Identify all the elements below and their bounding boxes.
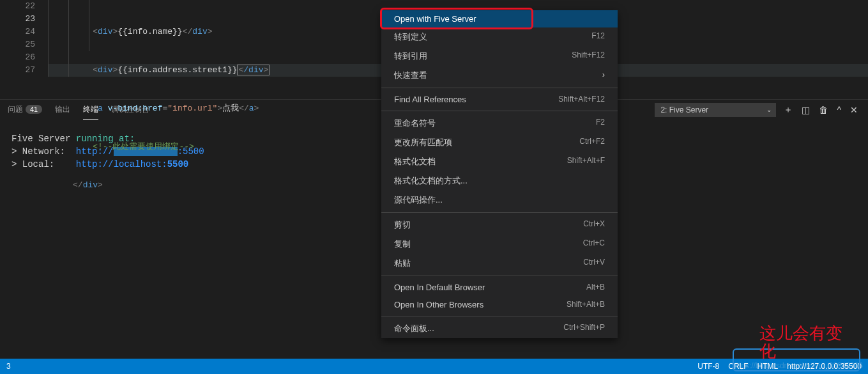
line-number: 26 — [0, 51, 35, 64]
line-number: 22 — [0, 0, 35, 13]
menu-item-shortcut: Ctrl+X — [583, 219, 605, 231]
menu-item-label: Open In Other Browsers — [394, 300, 483, 309]
menu-item-shortcut: Shift+F12 — [572, 51, 605, 62]
menu-item-shortcut: Shift+Alt+B — [567, 300, 605, 309]
menu-item-label: Open with Five Server — [394, 14, 476, 24]
menu-item-shortcut: Ctrl+Shift+P — [563, 323, 605, 334]
watermark: https://blog.csdn.net/weixin_38345306 — [733, 361, 863, 370]
menu-item-label: Find All References — [394, 95, 466, 104]
menu-item[interactable]: 重命名符号F2 — [381, 114, 618, 133]
context-menu: Open with Five Server转到定义F12转到引用Shift+F1… — [381, 10, 618, 338]
menu-item-shortcut: F2 — [596, 118, 605, 129]
menu-item-label: 复制 — [394, 238, 411, 250]
menu-item-shortcut: Alt+B — [586, 283, 605, 292]
menu-item[interactable]: 命令面板...Ctrl+Shift+P — [381, 319, 618, 338]
menu-item-label: 更改所有匹配项 — [394, 137, 452, 148]
menu-item[interactable]: Open with Five Server — [381, 10, 618, 27]
menu-separator — [381, 316, 618, 316]
menu-item[interactable]: 格式化文档的方式... — [381, 171, 618, 191]
menu-item-label: 命令面板... — [394, 323, 434, 334]
menu-item[interactable]: Find All ReferencesShift+Alt+F12 — [381, 91, 618, 108]
menu-item[interactable]: Open In Default BrowserAlt+B — [381, 279, 618, 296]
annotation-text: 这儿会有变化 — [759, 324, 842, 360]
menu-item[interactable]: 剪切Ctrl+X — [381, 215, 618, 235]
menu-item-label: 源代码操作... — [394, 194, 443, 206]
menu-item[interactable]: 快速查看› — [381, 66, 618, 85]
status-position[interactable]: 3 — [6, 362, 11, 371]
menu-item-shortcut: Ctrl+V — [583, 258, 605, 269]
line-number: 27 — [0, 64, 35, 77]
menu-item[interactable]: 格式化文档Shift+Alt+F — [381, 152, 618, 171]
menu-item[interactable]: 转到定义F12 — [381, 27, 618, 47]
menu-item[interactable]: 转到引用Shift+F12 — [381, 47, 618, 66]
chevron-down-icon: ⌄ — [766, 106, 772, 113]
menu-item[interactable]: 粘贴Ctrl+V — [381, 254, 618, 273]
menu-item-label: 重命名符号 — [394, 118, 436, 129]
line-number: 24 — [0, 26, 35, 38]
line-number-gutter: 22 23 24 25 26 27 — [0, 0, 48, 99]
terminal-select[interactable]: 2: Five Server ⌄ — [655, 103, 776, 117]
menu-item-label: Open In Default Browser — [394, 283, 485, 292]
menu-item[interactable]: 复制Ctrl+C — [381, 235, 618, 254]
menu-item-shortcut: Ctrl+F2 — [579, 137, 605, 148]
menu-item-shortcut: Shift+Alt+F — [567, 156, 605, 168]
line-number: 25 — [0, 38, 35, 51]
menu-item-shortcut: F12 — [591, 31, 605, 43]
menu-item[interactable]: 源代码操作... — [381, 191, 618, 210]
menu-separator — [381, 111, 618, 111]
menu-item-label: 剪切 — [394, 219, 411, 231]
cursor-selection: </div> — [237, 65, 270, 75]
menu-item-label: 转到定义 — [394, 31, 427, 43]
line-number: 23 — [0, 13, 35, 26]
menu-item-label: 格式化文档 — [394, 156, 436, 168]
menu-item-shortcut: Ctrl+C — [583, 238, 605, 250]
menu-item[interactable]: 更改所有匹配项Ctrl+F2 — [381, 133, 618, 152]
menu-item-shortcut: Shift+Alt+F12 — [558, 95, 605, 104]
menu-item-label: 转到引用 — [394, 51, 427, 62]
menu-separator — [381, 276, 618, 276]
menu-item-label: 快速查看 — [394, 70, 427, 81]
status-encoding[interactable]: UTF-8 — [697, 362, 719, 371]
chevron-right-icon: › — [602, 70, 605, 81]
tab-problems[interactable]: 问题41 — [8, 100, 42, 119]
menu-separator — [381, 212, 618, 213]
problems-count-badge: 41 — [26, 105, 42, 114]
menu-item-label: 格式化文档的方式... — [394, 175, 468, 187]
menu-separator — [381, 88, 618, 88]
menu-item-label: 粘贴 — [394, 258, 411, 269]
menu-item[interactable]: Open In Other BrowsersShift+Alt+B — [381, 296, 618, 313]
